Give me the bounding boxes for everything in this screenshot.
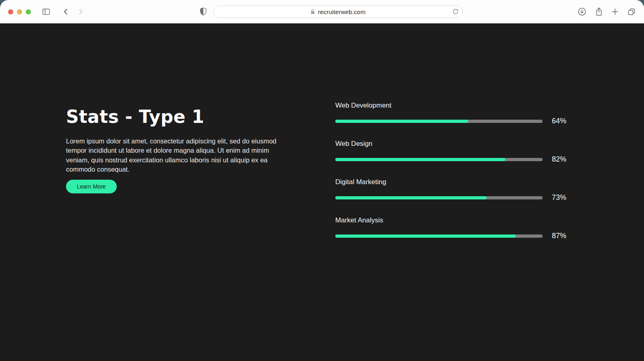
forward-icon — [78, 8, 84, 16]
shield-icon — [199, 7, 207, 16]
stat-label: Market Analysis — [335, 216, 566, 225]
browser-window: recruiterweb.com — [0, 0, 644, 361]
progress-bar-row: 87% — [335, 232, 566, 240]
new-tab-icon — [611, 8, 619, 15]
tabs-icon — [627, 7, 636, 16]
progress-track — [335, 120, 543, 123]
progress-track — [335, 234, 543, 238]
stats-section: Web Development 64% Web Design 82% — [335, 101, 566, 240]
progress-fill — [335, 158, 505, 161]
browser-toolbar: recruiterweb.com — [0, 0, 644, 23]
back-button[interactable] — [62, 8, 69, 16]
progress-bar-row: 64% — [335, 117, 566, 125]
hero-description: Lorem ipsum dolor sit amet, consectetur … — [66, 137, 290, 174]
toolbar-right — [578, 7, 636, 17]
new-tab-button[interactable] — [611, 8, 619, 15]
progress-track — [335, 196, 543, 199]
page-content: Stats - Type 1 Lorem ipsum dolor sit ame… — [0, 23, 644, 361]
progress-bar-row: 73% — [335, 193, 566, 202]
stat-label: Web Development — [335, 101, 566, 110]
learn-more-button[interactable]: Learn More — [66, 180, 117, 193]
stat-row-market-analysis: Market Analysis 87% — [335, 216, 566, 240]
hero-section: Stats - Type 1 Lorem ipsum dolor sit ame… — [66, 106, 290, 193]
minimize-window-button[interactable] — [17, 9, 22, 15]
progress-fill — [335, 196, 487, 199]
download-icon — [578, 7, 586, 16]
progress-percent: 87% — [552, 232, 566, 240]
window-controls — [8, 9, 31, 15]
progress-bar-row: 82% — [335, 155, 566, 164]
privacy-report-button[interactable] — [199, 7, 207, 16]
progress-fill — [335, 120, 468, 123]
forward-button[interactable] — [78, 8, 84, 16]
show-tabs-button[interactable] — [627, 7, 636, 16]
progress-fill — [335, 234, 516, 238]
page-title: Stats - Type 1 — [66, 106, 290, 128]
share-button[interactable] — [595, 7, 603, 17]
stat-row-web-development: Web Development 64% — [335, 101, 566, 125]
close-window-button[interactable] — [8, 9, 13, 15]
share-icon — [595, 7, 603, 17]
progress-percent: 64% — [552, 117, 566, 125]
back-icon — [62, 8, 69, 16]
progress-percent: 73% — [552, 193, 566, 202]
stat-label: Digital Marketing — [335, 177, 566, 187]
sidebar-toggle-button[interactable] — [42, 8, 50, 16]
downloads-button[interactable] — [578, 7, 586, 16]
address-bar[interactable]: recruiterweb.com — [213, 6, 463, 18]
progress-percent: 82% — [552, 155, 566, 164]
stat-row-web-design: Web Design 82% — [335, 139, 566, 164]
lock-icon — [310, 9, 315, 15]
fullscreen-window-button[interactable] — [26, 9, 31, 15]
reload-button[interactable] — [452, 8, 459, 15]
progress-track — [335, 158, 543, 161]
url-text: recruiterweb.com — [318, 8, 365, 15]
stat-label: Web Design — [335, 139, 566, 149]
toolbar-center: recruiterweb.com — [84, 6, 578, 18]
sidebar-icon — [42, 8, 50, 16]
stat-row-digital-marketing: Digital Marketing 73% — [335, 177, 566, 202]
reload-icon — [452, 8, 459, 15]
